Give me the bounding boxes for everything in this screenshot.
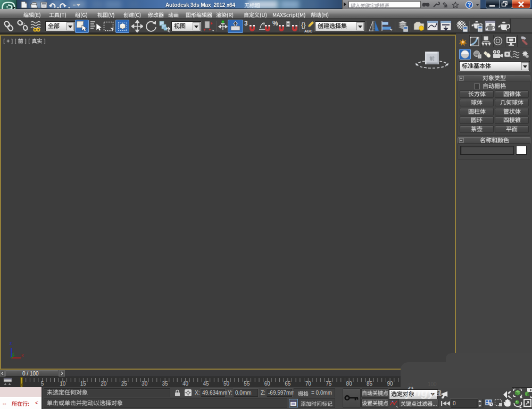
- svg-text:y: y: [12, 351, 14, 356]
- svg-text:3: 3: [244, 20, 248, 27]
- svg-text:?: ?: [468, 2, 471, 8]
- svg-text:z: z: [10, 340, 12, 346]
- svg-text:%: %: [272, 20, 278, 27]
- svg-text:{}: {}: [301, 21, 306, 29]
- svg-text:ABC: ABC: [304, 29, 312, 33]
- svg-text:x: x: [21, 353, 24, 358]
